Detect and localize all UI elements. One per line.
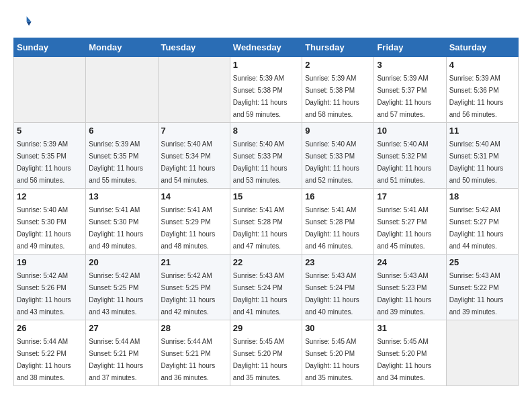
day-number: 17 [377,191,443,201]
calendar-cell: 4Sunrise: 5:39 AM Sunset: 5:36 PM Daylig… [446,57,518,123]
calendar-cell: 15Sunrise: 5:41 AM Sunset: 5:28 PM Dayli… [230,189,302,255]
calendar-cell: 27Sunrise: 5:44 AM Sunset: 5:21 PM Dayli… [86,320,158,386]
calendar-cell: 9Sunrise: 5:40 AM Sunset: 5:33 PM Daylig… [302,123,374,189]
calendar-cell: 3Sunrise: 5:39 AM Sunset: 5:37 PM Daylig… [374,57,446,123]
logo-icon [13,13,32,32]
day-number: 11 [449,126,515,136]
day-number: 30 [305,323,371,333]
day-info: Sunrise: 5:44 AM Sunset: 5:22 PM Dayligh… [17,338,71,381]
day-info: Sunrise: 5:40 AM Sunset: 5:30 PM Dayligh… [17,206,71,250]
day-info: Sunrise: 5:45 AM Sunset: 5:20 PM Dayligh… [377,338,431,381]
page-header [13,13,519,32]
day-info: Sunrise: 5:42 AM Sunset: 5:25 PM Dayligh… [89,272,143,316]
calendar-week-3: 19Sunrise: 5:42 AM Sunset: 5:26 PM Dayli… [14,255,519,320]
day-info: Sunrise: 5:39 AM Sunset: 5:35 PM Dayligh… [89,140,143,184]
day-info: Sunrise: 5:42 AM Sunset: 5:26 PM Dayligh… [17,272,71,316]
logo [13,13,35,32]
calendar-cell: 5Sunrise: 5:39 AM Sunset: 5:35 PM Daylig… [14,123,86,189]
day-info: Sunrise: 5:41 AM Sunset: 5:27 PM Dayligh… [377,206,431,250]
day-number: 28 [161,323,227,333]
calendar-cell [14,57,86,123]
calendar-cell: 24Sunrise: 5:43 AM Sunset: 5:23 PM Dayli… [374,255,446,320]
day-number: 7 [161,126,227,136]
day-info: Sunrise: 5:44 AM Sunset: 5:21 PM Dayligh… [89,338,143,381]
calendar-cell: 22Sunrise: 5:43 AM Sunset: 5:24 PM Dayli… [230,255,302,320]
svg-marker-1 [27,22,32,26]
calendar-cell: 12Sunrise: 5:40 AM Sunset: 5:30 PM Dayli… [14,189,86,255]
day-number: 21 [161,257,227,267]
day-info: Sunrise: 5:41 AM Sunset: 5:28 PM Dayligh… [305,206,359,250]
day-number: 16 [305,191,371,201]
calendar-week-4: 26Sunrise: 5:44 AM Sunset: 5:22 PM Dayli… [14,320,519,386]
calendar-table: SundayMondayTuesdayWednesdayThursdayFrid… [13,38,519,386]
calendar-cell: 8Sunrise: 5:40 AM Sunset: 5:33 PM Daylig… [230,123,302,189]
day-number: 25 [449,257,515,267]
calendar-cell: 28Sunrise: 5:44 AM Sunset: 5:21 PM Dayli… [158,320,230,386]
header-row: SundayMondayTuesdayWednesdayThursdayFrid… [14,38,519,57]
day-number: 27 [89,323,154,333]
day-number: 19 [17,257,83,267]
day-info: Sunrise: 5:39 AM Sunset: 5:35 PM Dayligh… [17,140,71,184]
calendar-cell: 10Sunrise: 5:40 AM Sunset: 5:32 PM Dayli… [374,123,446,189]
header-day-friday: Friday [374,38,446,57]
day-info: Sunrise: 5:42 AM Sunset: 5:25 PM Dayligh… [161,272,216,316]
calendar-cell [158,57,230,123]
calendar-week-2: 12Sunrise: 5:40 AM Sunset: 5:30 PM Dayli… [14,189,519,255]
day-number: 29 [233,323,299,333]
calendar-header: SundayMondayTuesdayWednesdayThursdayFrid… [14,38,519,57]
calendar-cell [446,320,518,386]
day-number: 5 [17,126,83,136]
day-info: Sunrise: 5:43 AM Sunset: 5:24 PM Dayligh… [233,272,287,316]
header-day-sunday: Sunday [14,38,86,57]
day-number: 13 [89,191,154,201]
day-number: 18 [449,191,515,201]
calendar-cell: 26Sunrise: 5:44 AM Sunset: 5:22 PM Dayli… [14,320,86,386]
header-day-wednesday: Wednesday [230,38,302,57]
calendar-cell: 1Sunrise: 5:39 AM Sunset: 5:38 PM Daylig… [230,57,302,123]
day-info: Sunrise: 5:40 AM Sunset: 5:31 PM Dayligh… [449,140,504,184]
day-number: 20 [89,257,154,267]
day-number: 4 [449,60,515,70]
calendar-cell: 21Sunrise: 5:42 AM Sunset: 5:25 PM Dayli… [158,255,230,320]
calendar-cell: 20Sunrise: 5:42 AM Sunset: 5:25 PM Dayli… [86,255,158,320]
day-number: 31 [377,323,443,333]
calendar-cell: 2Sunrise: 5:39 AM Sunset: 5:38 PM Daylig… [302,57,374,123]
calendar-cell: 18Sunrise: 5:42 AM Sunset: 5:27 PM Dayli… [446,189,518,255]
calendar-cell: 7Sunrise: 5:40 AM Sunset: 5:34 PM Daylig… [158,123,230,189]
day-number: 8 [233,126,299,136]
day-info: Sunrise: 5:43 AM Sunset: 5:22 PM Dayligh… [449,272,504,316]
day-number: 15 [233,191,299,201]
calendar-cell: 17Sunrise: 5:41 AM Sunset: 5:27 PM Dayli… [374,189,446,255]
calendar-cell: 19Sunrise: 5:42 AM Sunset: 5:26 PM Dayli… [14,255,86,320]
day-info: Sunrise: 5:40 AM Sunset: 5:33 PM Dayligh… [305,140,359,184]
day-info: Sunrise: 5:39 AM Sunset: 5:36 PM Dayligh… [449,75,504,118]
day-info: Sunrise: 5:40 AM Sunset: 5:33 PM Dayligh… [233,140,287,184]
calendar-cell: 29Sunrise: 5:45 AM Sunset: 5:20 PM Dayli… [230,320,302,386]
day-number: 22 [233,257,299,267]
day-info: Sunrise: 5:43 AM Sunset: 5:23 PM Dayligh… [377,272,431,316]
day-number: 1 [233,60,299,70]
header-day-monday: Monday [86,38,158,57]
day-info: Sunrise: 5:41 AM Sunset: 5:30 PM Dayligh… [89,206,143,250]
calendar-cell: 30Sunrise: 5:45 AM Sunset: 5:20 PM Dayli… [302,320,374,386]
day-info: Sunrise: 5:41 AM Sunset: 5:28 PM Dayligh… [233,206,287,250]
day-info: Sunrise: 5:42 AM Sunset: 5:27 PM Dayligh… [449,206,504,250]
header-day-saturday: Saturday [446,38,518,57]
day-info: Sunrise: 5:43 AM Sunset: 5:24 PM Dayligh… [305,272,359,316]
day-info: Sunrise: 5:39 AM Sunset: 5:38 PM Dayligh… [233,75,287,118]
day-number: 3 [377,60,443,70]
calendar-cell [86,57,158,123]
day-info: Sunrise: 5:40 AM Sunset: 5:34 PM Dayligh… [161,140,216,184]
calendar-cell: 13Sunrise: 5:41 AM Sunset: 5:30 PM Dayli… [86,189,158,255]
day-number: 26 [17,323,83,333]
day-number: 12 [17,191,83,201]
day-number: 9 [305,126,371,136]
day-info: Sunrise: 5:41 AM Sunset: 5:29 PM Dayligh… [161,206,216,250]
calendar-cell: 6Sunrise: 5:39 AM Sunset: 5:35 PM Daylig… [86,123,158,189]
day-info: Sunrise: 5:39 AM Sunset: 5:37 PM Dayligh… [377,75,431,118]
svg-marker-0 [27,16,32,21]
day-number: 14 [161,191,227,201]
calendar-cell: 14Sunrise: 5:41 AM Sunset: 5:29 PM Dayli… [158,189,230,255]
day-number: 6 [89,126,154,136]
calendar-body: 1Sunrise: 5:39 AM Sunset: 5:38 PM Daylig… [14,57,519,386]
